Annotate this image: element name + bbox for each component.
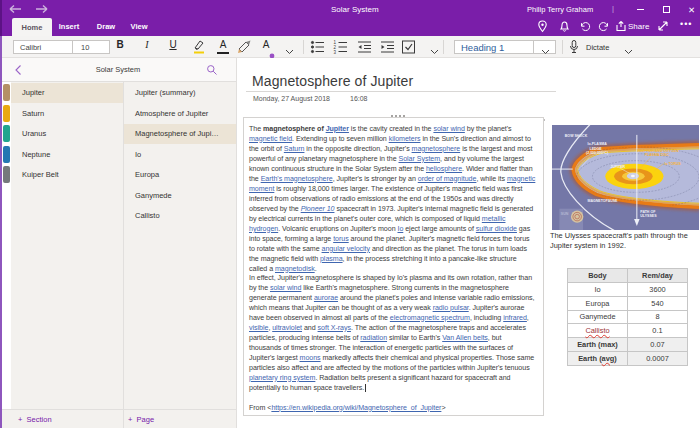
svg-text:MAGNETOPAUSE: MAGNETOPAUSE	[588, 198, 619, 202]
svg-text:Io TORUS: Io TORUS	[664, 161, 681, 165]
svg-text:JUPITER: JUPITER	[610, 165, 625, 169]
svg-text:SULPHUR AND OXYGEN: SULPHUR AND OXYGEN	[637, 148, 679, 152]
svg-text:3: 3	[334, 50, 337, 55]
svg-text:PLASMA DISC: PLASMA DISC	[645, 153, 670, 157]
svg-text:LEDGE: LEDGE	[589, 146, 602, 150]
svg-text:ULYSSES: ULYSSES	[640, 214, 657, 218]
svg-text:Io-PLASMA: Io-PLASMA	[588, 142, 608, 146]
svg-text:BOW SHOCK: BOW SHOCK	[565, 134, 588, 138]
svg-text:(2,000,000°C): (2,000,000°C)	[586, 151, 608, 155]
svg-text:PATH OF: PATH OF	[640, 209, 656, 213]
